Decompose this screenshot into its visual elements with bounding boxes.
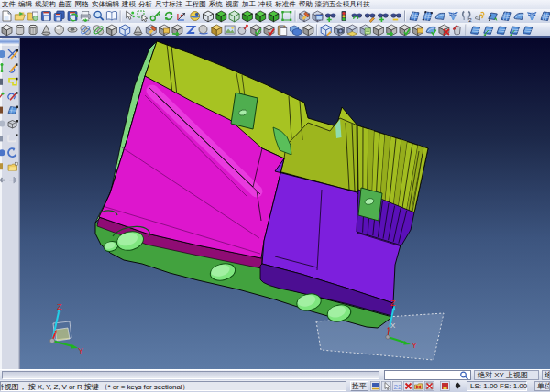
svg-text:22: 22 — [394, 383, 402, 391]
svg-text:Z: Z — [390, 299, 396, 308]
svg-text:Y: Y — [78, 346, 83, 355]
svg-text:Z: Z — [57, 302, 62, 311]
svg-text:X: X — [390, 321, 396, 330]
svg-text:Y: Y — [412, 341, 417, 350]
